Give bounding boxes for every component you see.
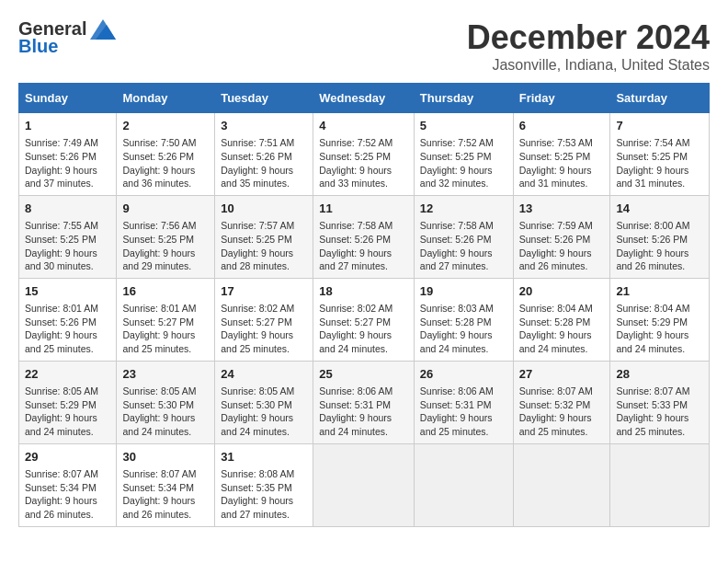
calendar-cell: 19Sunrise: 8:03 AMSunset: 5:28 PMDayligh…	[414, 278, 513, 361]
day-info: Sunrise: 7:52 AMSunset: 5:25 PMDaylight:…	[420, 136, 507, 190]
day-number: 3	[221, 118, 307, 134]
calendar-cell: 20Sunrise: 8:04 AMSunset: 5:28 PMDayligh…	[513, 278, 610, 361]
week-row-2: 8Sunrise: 7:55 AMSunset: 5:25 PMDaylight…	[19, 195, 710, 278]
calendar-cell	[313, 443, 415, 526]
day-number: 1	[25, 118, 110, 134]
day-number: 10	[221, 201, 307, 217]
day-number: 7	[616, 118, 703, 134]
calendar-cell: 27Sunrise: 8:07 AMSunset: 5:32 PMDayligh…	[513, 361, 610, 443]
day-number: 17	[221, 283, 307, 300]
day-info: Sunrise: 8:05 AMSunset: 5:30 PMDaylight:…	[221, 385, 307, 439]
calendar-cell: 28Sunrise: 8:07 AMSunset: 5:33 PMDayligh…	[610, 361, 710, 443]
day-info: Sunrise: 7:53 AMSunset: 5:25 PMDaylight:…	[519, 136, 605, 190]
calendar-cell: 30Sunrise: 8:07 AMSunset: 5:34 PMDayligh…	[117, 443, 215, 526]
day-info: Sunrise: 8:04 AMSunset: 5:29 PMDaylight:…	[616, 302, 703, 356]
day-number: 22	[25, 366, 110, 383]
day-number: 25	[319, 366, 408, 383]
day-number: 24	[221, 366, 307, 383]
day-info: Sunrise: 8:01 AMSunset: 5:27 PMDaylight:…	[122, 302, 209, 356]
week-row-3: 15Sunrise: 8:01 AMSunset: 5:26 PMDayligh…	[19, 278, 710, 361]
day-info: Sunrise: 8:01 AMSunset: 5:26 PMDaylight:…	[25, 302, 110, 356]
day-number: 30	[122, 449, 209, 465]
day-info: Sunrise: 7:52 AMSunset: 5:25 PMDaylight:…	[319, 136, 408, 190]
calendar-cell: 7Sunrise: 7:54 AMSunset: 5:25 PMDaylight…	[610, 113, 710, 196]
calendar-cell	[610, 443, 710, 526]
day-info: Sunrise: 7:51 AMSunset: 5:26 PMDaylight:…	[221, 136, 307, 190]
calendar-cell: 5Sunrise: 7:52 AMSunset: 5:25 PMDaylight…	[414, 113, 513, 196]
day-info: Sunrise: 7:56 AMSunset: 5:25 PMDaylight:…	[122, 219, 209, 273]
header-day-tuesday: Tuesday	[215, 84, 313, 113]
day-info: Sunrise: 8:04 AMSunset: 5:28 PMDaylight:…	[519, 302, 605, 356]
day-info: Sunrise: 7:49 AMSunset: 5:26 PMDaylight:…	[25, 136, 110, 190]
day-info: Sunrise: 8:07 AMSunset: 5:33 PMDaylight:…	[616, 385, 703, 439]
day-number: 15	[25, 283, 110, 300]
day-number: 18	[319, 283, 408, 300]
day-info: Sunrise: 7:50 AMSunset: 5:26 PMDaylight:…	[122, 136, 209, 190]
day-number: 9	[122, 201, 209, 217]
calendar-cell: 29Sunrise: 8:07 AMSunset: 5:34 PMDayligh…	[19, 443, 117, 526]
day-info: Sunrise: 8:06 AMSunset: 5:31 PMDaylight:…	[420, 385, 507, 439]
title-section: December 2024 Jasonville, Indiana, Unite…	[467, 18, 710, 74]
calendar-cell: 8Sunrise: 7:55 AMSunset: 5:25 PMDaylight…	[19, 195, 117, 278]
day-info: Sunrise: 8:08 AMSunset: 5:35 PMDaylight:…	[221, 467, 307, 522]
calendar-cell: 15Sunrise: 8:01 AMSunset: 5:26 PMDayligh…	[19, 278, 117, 361]
week-row-4: 22Sunrise: 8:05 AMSunset: 5:29 PMDayligh…	[19, 361, 710, 443]
calendar-cell: 22Sunrise: 8:05 AMSunset: 5:29 PMDayligh…	[19, 361, 117, 443]
day-info: Sunrise: 7:55 AMSunset: 5:25 PMDaylight:…	[25, 219, 110, 273]
day-info: Sunrise: 8:00 AMSunset: 5:26 PMDaylight:…	[616, 219, 703, 273]
day-number: 21	[616, 283, 703, 300]
day-info: Sunrise: 8:05 AMSunset: 5:30 PMDaylight:…	[122, 385, 209, 439]
day-number: 11	[319, 201, 408, 217]
calendar-cell: 16Sunrise: 8:01 AMSunset: 5:27 PMDayligh…	[117, 278, 215, 361]
day-number: 16	[122, 283, 209, 300]
calendar-cell: 6Sunrise: 7:53 AMSunset: 5:25 PMDaylight…	[513, 113, 610, 196]
day-info: Sunrise: 8:07 AMSunset: 5:32 PMDaylight:…	[519, 385, 605, 439]
calendar-cell: 18Sunrise: 8:02 AMSunset: 5:27 PMDayligh…	[313, 278, 415, 361]
day-number: 4	[319, 118, 408, 134]
page-header: General Blue December 2024 Jasonville, I…	[18, 18, 710, 74]
day-number: 23	[122, 366, 209, 383]
day-info: Sunrise: 7:58 AMSunset: 5:26 PMDaylight:…	[319, 219, 408, 273]
day-number: 8	[25, 201, 110, 217]
day-number: 2	[122, 118, 209, 134]
day-info: Sunrise: 8:07 AMSunset: 5:34 PMDaylight:…	[25, 467, 110, 522]
calendar-cell: 2Sunrise: 7:50 AMSunset: 5:26 PMDaylight…	[117, 113, 215, 196]
calendar-cell	[414, 443, 513, 526]
calendar-cell: 9Sunrise: 7:56 AMSunset: 5:25 PMDaylight…	[117, 195, 215, 278]
day-info: Sunrise: 7:59 AMSunset: 5:26 PMDaylight:…	[519, 219, 605, 273]
calendar-cell: 17Sunrise: 8:02 AMSunset: 5:27 PMDayligh…	[215, 278, 313, 361]
day-number: 27	[519, 366, 605, 383]
day-info: Sunrise: 8:02 AMSunset: 5:27 PMDaylight:…	[319, 302, 408, 356]
header-day-wednesday: Wednesday	[313, 84, 415, 113]
header-day-sunday: Sunday	[19, 84, 117, 113]
day-info: Sunrise: 8:02 AMSunset: 5:27 PMDaylight:…	[221, 302, 307, 356]
location-subtitle: Jasonville, Indiana, United States	[467, 57, 710, 74]
header-day-monday: Monday	[117, 84, 215, 113]
month-title: December 2024	[467, 18, 710, 57]
calendar-cell: 12Sunrise: 7:58 AMSunset: 5:26 PMDayligh…	[414, 195, 513, 278]
day-info: Sunrise: 8:03 AMSunset: 5:28 PMDaylight:…	[420, 302, 507, 356]
day-info: Sunrise: 8:07 AMSunset: 5:34 PMDaylight:…	[122, 467, 209, 522]
header-day-saturday: Saturday	[610, 84, 710, 113]
day-info: Sunrise: 7:57 AMSunset: 5:25 PMDaylight:…	[221, 219, 307, 273]
week-row-5: 29Sunrise: 8:07 AMSunset: 5:34 PMDayligh…	[19, 443, 710, 526]
day-info: Sunrise: 7:58 AMSunset: 5:26 PMDaylight:…	[420, 219, 507, 273]
calendar-cell: 13Sunrise: 7:59 AMSunset: 5:26 PMDayligh…	[513, 195, 610, 278]
day-number: 20	[519, 283, 605, 300]
day-info: Sunrise: 8:06 AMSunset: 5:31 PMDaylight:…	[319, 385, 408, 439]
calendar-cell: 21Sunrise: 8:04 AMSunset: 5:29 PMDayligh…	[610, 278, 710, 361]
day-number: 5	[420, 118, 507, 134]
day-number: 12	[420, 201, 507, 217]
calendar-cell: 14Sunrise: 8:00 AMSunset: 5:26 PMDayligh…	[610, 195, 710, 278]
calendar-cell: 10Sunrise: 7:57 AMSunset: 5:25 PMDayligh…	[215, 195, 313, 278]
calendar-cell	[513, 443, 610, 526]
day-number: 13	[519, 201, 605, 217]
logo-icon	[90, 19, 116, 40]
header-day-thursday: Thursday	[414, 84, 513, 113]
calendar-cell: 1Sunrise: 7:49 AMSunset: 5:26 PMDaylight…	[19, 113, 117, 196]
calendar-header: SundayMondayTuesdayWednesdayThursdayFrid…	[19, 84, 710, 113]
calendar-cell: 23Sunrise: 8:05 AMSunset: 5:30 PMDayligh…	[117, 361, 215, 443]
day-number: 19	[420, 283, 507, 300]
header-day-friday: Friday	[513, 84, 610, 113]
calendar-body: 1Sunrise: 7:49 AMSunset: 5:26 PMDaylight…	[19, 113, 710, 527]
